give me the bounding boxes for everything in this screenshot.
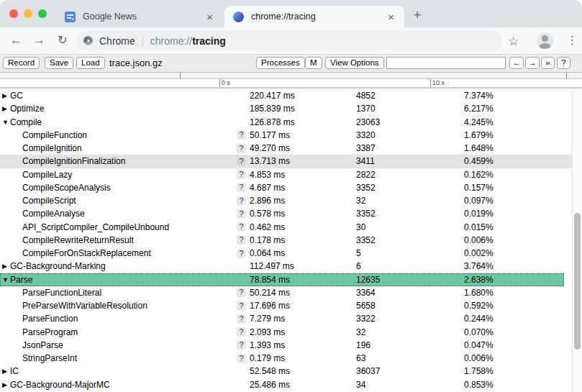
table-row[interactable]: API_ScriptCompiler_CompileUnbound?0.462 … <box>0 221 572 234</box>
info-badge[interactable]: ? <box>237 235 246 245</box>
table-row[interactable]: ParseFunctionLiteral?50.214 ms33641.680% <box>0 286 572 299</box>
zoom-window-button[interactable] <box>38 9 47 18</box>
count-cell: 12635 <box>356 273 380 286</box>
expander-icon[interactable]: ▶ <box>2 102 7 115</box>
table-row[interactable]: CompileRewriteReturnResult?0.178 ms33520… <box>0 234 572 247</box>
table-row[interactable]: CompileLazy?4.853 ms28220.162% <box>0 168 572 181</box>
info-badge[interactable]: ? <box>237 249 246 258</box>
time-cell: 220.417 ms <box>250 89 295 102</box>
timeline-overview-track[interactable] <box>0 72 582 79</box>
reload-button[interactable]: ↻ <box>58 33 67 47</box>
new-tab-button[interactable]: + <box>410 7 424 23</box>
load-button[interactable]: Load <box>76 57 105 69</box>
table-row[interactable]: CompileScopeAnalysis?4.687 ms33520.157% <box>0 181 572 194</box>
time-cell: 4.853 ms <box>250 168 285 181</box>
view-options-button[interactable]: View Options <box>325 57 384 69</box>
table-row[interactable]: ▶GC-Background-MajorMC25.486 ms340.853% <box>0 378 572 391</box>
info-badge[interactable]: ? <box>237 301 246 311</box>
table-row[interactable]: JsonParse?1.393 ms1960.047% <box>0 339 572 352</box>
tab-title: chrome://tracing <box>251 12 388 22</box>
find-next-button[interactable]: → <box>525 57 540 69</box>
table-row[interactable]: CompileScript?2.896 ms320.097% <box>0 194 572 207</box>
count-cell: 3320 <box>356 129 376 142</box>
row-name: API_ScriptCompiler_CompileUnbound <box>22 221 169 234</box>
table-row[interactable]: ParseProgram?2.093 ms320.070% <box>0 326 572 339</box>
help-button[interactable]: ? <box>557 57 570 69</box>
forward-button[interactable]: → <box>33 33 45 47</box>
info-badge[interactable]: ? <box>237 157 246 166</box>
percentage-cell: 6.217% <box>464 102 494 115</box>
search-input[interactable] <box>386 57 506 69</box>
trace-filename: trace.json.gz <box>109 58 163 68</box>
count-cell: 23063 <box>356 116 380 129</box>
count-cell: 6 <box>356 260 361 273</box>
info-badge[interactable]: ? <box>237 196 246 206</box>
table-row[interactable]: ▶GC-Background-Marking112.497 ms63.764% <box>0 260 572 273</box>
save-button[interactable]: Save <box>45 57 73 69</box>
table-row[interactable]: ▼Compile126.878 ms230634.245% <box>0 116 572 129</box>
minimize-window-button[interactable] <box>24 9 32 18</box>
info-badge[interactable]: ? <box>237 183 246 192</box>
find-previous-button[interactable]: ← <box>509 57 524 69</box>
info-badge[interactable]: ? <box>237 170 246 179</box>
info-badge[interactable]: ? <box>237 209 246 219</box>
time-cell: 0.179 ms <box>250 352 285 365</box>
info-badge[interactable]: ? <box>237 288 246 297</box>
scrollbar-thumb[interactable] <box>574 213 581 350</box>
table-row[interactable]: CompileForOnStackReplacement?0.064 ms50.… <box>0 247 572 260</box>
percentage-cell: 0.592% <box>464 299 494 312</box>
time-cell: 185.839 ms <box>250 102 295 115</box>
percentage-cell: 1.648% <box>464 142 494 155</box>
expander-icon[interactable]: ▶ <box>2 378 7 391</box>
expander-icon[interactable]: ▼ <box>2 273 9 286</box>
record-button[interactable]: Record <box>3 57 40 69</box>
close-window-button[interactable] <box>9 9 18 18</box>
row-name: CompileFunction <box>22 129 87 142</box>
omnibox[interactable]: Chrome chrome://tracing <box>76 31 502 50</box>
tab-google-news[interactable]: Google News × <box>58 6 223 27</box>
bookmark-star-icon[interactable]: ☆ <box>508 34 519 49</box>
count-cell: 1370 <box>356 102 376 115</box>
info-badge[interactable]: ? <box>237 144 246 153</box>
table-row[interactable]: StringParseInt?0.179 ms630.006% <box>0 352 572 365</box>
table-row[interactable]: CompileFunction?50.177 ms33201.679% <box>0 129 572 142</box>
table-row[interactable]: CompileIgnition?49.270 ms33871.648% <box>0 142 572 155</box>
row-name: GC-Background-MajorMC <box>10 378 110 391</box>
info-badge[interactable]: ? <box>237 354 246 363</box>
metrics-button[interactable]: M <box>305 57 322 69</box>
percentage-cell: 0.015% <box>464 221 494 234</box>
expander-icon[interactable]: ▶ <box>2 89 7 102</box>
row-name: CompileIgnitionFinalization <box>22 155 125 168</box>
tab-tracing[interactable]: chrome://tracing × <box>224 6 404 27</box>
time-cell: 2.093 ms <box>250 326 285 339</box>
info-badge[interactable]: ? <box>237 340 246 350</box>
table-row[interactable]: ▶Optimize185.839 ms13706.217% <box>0 102 572 115</box>
processes-button[interactable]: Processes <box>256 57 305 69</box>
expander-icon[interactable]: ▶ <box>2 260 7 273</box>
info-badge[interactable]: ? <box>237 222 246 232</box>
back-button[interactable]: ← <box>10 33 22 47</box>
table-row[interactable]: ▼Parse78.854 ms126352.638% <box>0 273 564 286</box>
table-row[interactable]: CompileAnalyse?0.578 ms33520.019% <box>0 207 572 220</box>
percentage-cell: 0.162% <box>464 168 494 181</box>
profile-avatar[interactable] <box>537 32 553 49</box>
google-news-icon <box>65 12 76 22</box>
tab-close-icon[interactable]: × <box>206 12 213 22</box>
tab-close-icon[interactable]: × <box>388 12 394 22</box>
info-badge[interactable]: ? <box>237 314 246 324</box>
expander-icon[interactable]: ▶ <box>2 365 7 378</box>
info-badge[interactable]: ? <box>237 130 246 140</box>
time-cell: 52.548 ms <box>250 365 290 378</box>
fast-forward-button[interactable]: » <box>541 57 555 69</box>
expander-icon[interactable]: ▼ <box>2 116 9 129</box>
table-row[interactable]: PreParseWithVariableResolution?17.696 ms… <box>0 299 572 312</box>
percentage-cell: 0.097% <box>464 194 494 207</box>
scrollbar-track[interactable] <box>572 89 582 392</box>
info-badge[interactable]: ? <box>237 327 246 337</box>
time-cell: 1.393 ms <box>250 339 285 352</box>
table-row[interactable]: ParseFunction?7.279 ms33220.244% <box>0 312 572 325</box>
table-row[interactable]: ▶IC52.548 ms360371.758% <box>0 365 572 378</box>
menu-dots-icon[interactable]: ⋮ <box>567 34 578 47</box>
table-row[interactable]: ▶GC220.417 ms48527.374% <box>0 89 572 102</box>
table-row[interactable]: CompileIgnitionFinalization?13.713 ms341… <box>0 155 572 168</box>
